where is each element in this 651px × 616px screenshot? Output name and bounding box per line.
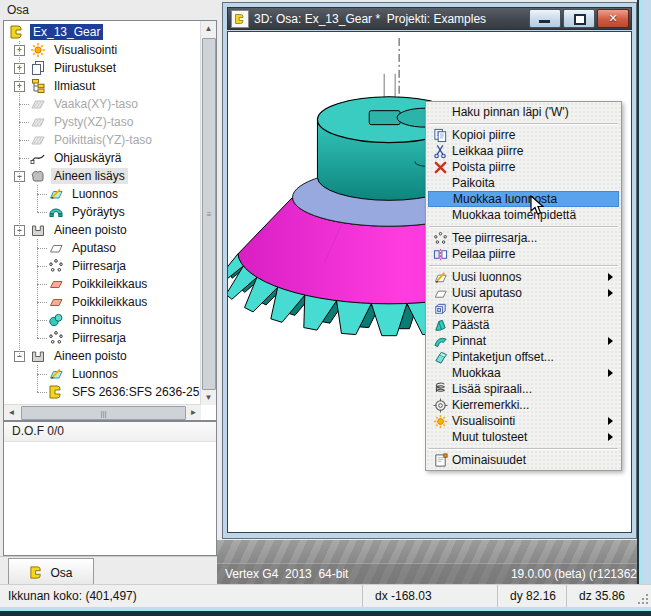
- tree-item-label: Poikkileikkaus: [69, 276, 150, 292]
- menu-item[interactable]: Paikoita: [428, 175, 619, 191]
- feature-series-icon: [428, 231, 452, 246]
- tree-item-label: Ilmiasut: [51, 78, 98, 94]
- tree-item[interactable]: Poikittais(YZ)-taso: [4, 131, 200, 149]
- tree-item-label: Aineen poisto: [51, 222, 130, 238]
- menu-item[interactable]: Muokkaa toimenpidettä: [428, 207, 619, 223]
- tree-item[interactable]: Vaaka(XY)-taso: [4, 95, 200, 113]
- menu-item[interactable]: Muut tulosteet: [428, 429, 619, 445]
- tree-item-label: Ex_13_Gear: [30, 24, 103, 40]
- tree-item[interactable]: Piirresarja: [4, 257, 200, 275]
- tree-item[interactable]: Pysty(XZ)-taso: [4, 113, 200, 131]
- menu-item-label: Peilaa piirre: [452, 247, 605, 261]
- tree-item-label: Piirustukset: [51, 60, 119, 76]
- tree-item[interactable]: +Piirustukset: [4, 59, 200, 77]
- scroll-left-arrow[interactable]: ◄: [4, 405, 19, 420]
- tree-item[interactable]: Ex_13_Gear: [4, 23, 200, 41]
- tree-item-label: Poikittais(YZ)-taso: [51, 132, 155, 148]
- menu-item[interactable]: Muokkaa luonnosta: [428, 191, 619, 207]
- tree-item[interactable]: Luonnos: [4, 365, 200, 383]
- mouse-cursor: [530, 195, 544, 216]
- tree-item[interactable]: Poikkileikkaus: [4, 275, 200, 293]
- tree-item[interactable]: Pyöräytys: [4, 203, 200, 221]
- tree-item[interactable]: SFS 2636:SFS 2636-25x14: [4, 383, 200, 401]
- brand-version-label: 19.0.00 (beta) (r121362): [511, 567, 651, 581]
- tree-vertical-scrollbar[interactable]: ▲ ≡ ▼: [200, 21, 216, 405]
- tree-item-label: Pinnoitus: [69, 312, 124, 328]
- tree-item-label: Piirresarja: [69, 258, 129, 274]
- menu-item[interactable]: Pintaketjun offset...: [428, 349, 619, 365]
- tree-connector: [37, 302, 47, 303]
- tree-item[interactable]: Piirresarja: [4, 329, 200, 347]
- status-bar: Ikkunan koko: (401,497) dx -168.03 dy 82…: [0, 584, 651, 607]
- menu-item[interactable]: Peilaa piirre: [428, 246, 619, 262]
- tree-item[interactable]: −Aineen poisto: [4, 347, 200, 365]
- menu-item[interactable]: Tee piirresarja...: [428, 230, 619, 246]
- menu-item-label: Poista piirre: [452, 160, 605, 174]
- menu-item[interactable]: Kopioi piirre: [428, 127, 619, 143]
- menu-item[interactable]: Pinnat: [428, 333, 619, 349]
- menu-separator: [429, 445, 618, 452]
- scroll-up-arrow[interactable]: ▲: [201, 21, 216, 36]
- tree-connector: [37, 338, 47, 339]
- tree-item[interactable]: Ohjauskäyrä: [4, 149, 200, 167]
- hollow-icon: [428, 302, 452, 317]
- window-titlebar[interactable]: 3D: Osa: Ex_13_Gear * Projekti: Examples…: [227, 7, 632, 30]
- resize-grip[interactable]: [634, 585, 651, 607]
- model-tree: Ex_13_Gear+Visualisointi+Piirustukset+Il…: [3, 20, 217, 421]
- tree-horizontal-scrollbar[interactable]: ◄ ||| ►: [4, 404, 201, 420]
- restore-button[interactable]: [563, 9, 595, 28]
- delete-icon: [428, 160, 452, 175]
- menu-item[interactable]: Uusi aputaso: [428, 285, 619, 301]
- menu-item-label: Päästä: [452, 318, 605, 332]
- menu-item[interactable]: Poista piirre: [428, 159, 619, 175]
- menu-item[interactable]: Kierremerkki...: [428, 397, 619, 413]
- tree-item[interactable]: −Aineen poisto: [4, 221, 200, 239]
- menu-separator: [429, 120, 618, 127]
- tree-item[interactable]: +Visualisointi: [4, 41, 200, 59]
- tree-item[interactable]: +Ilmiasut: [4, 77, 200, 95]
- tree-item-label: Pysty(XZ)-taso: [51, 114, 136, 130]
- tree-item[interactable]: −Aineen lisäys: [4, 167, 200, 185]
- tree-item-label: Aineen poisto: [51, 348, 130, 364]
- menu-item[interactable]: Päästä: [428, 317, 619, 333]
- revolve-icon: [48, 204, 64, 220]
- tree-item-label: Aputaso: [69, 240, 119, 256]
- window-title: 3D: Osa: Ex_13_Gear * Projekti: Examples: [254, 12, 529, 26]
- menu-item-label: Haku pinnan läpi ('W'): [452, 105, 605, 119]
- menu-item[interactable]: Ominaisuudet: [428, 452, 619, 468]
- menu-item[interactable]: Haku pinnan läpi ('W'): [428, 104, 619, 120]
- menu-item[interactable]: Lisää spiraali...: [428, 381, 619, 397]
- material-remove-icon: [30, 348, 46, 364]
- horizontal-scroll-thumb[interactable]: |||: [21, 406, 186, 420]
- menu-item[interactable]: Koverra: [428, 301, 619, 317]
- copy-icon: [428, 128, 452, 143]
- tree-item-label: SFS 2636:SFS 2636-25x14: [69, 384, 200, 400]
- mirror-icon: [428, 247, 452, 262]
- menu-item-label: Uusi aputaso: [452, 286, 605, 300]
- dx-readout: dx -168.03: [362, 585, 497, 607]
- tab-osa[interactable]: Osa: [8, 558, 94, 586]
- dz-readout: dz 35.86: [566, 585, 634, 607]
- scroll-right-arrow[interactable]: ►: [186, 405, 201, 420]
- minimize-button[interactable]: [529, 9, 561, 28]
- menu-separator: [429, 223, 618, 230]
- tree-connector: [19, 158, 29, 159]
- vertical-scroll-thumb[interactable]: ≡: [202, 38, 216, 390]
- menu-item[interactable]: Leikkaa piirre: [428, 143, 619, 159]
- tree-guide: [37, 365, 38, 392]
- close-button[interactable]: ✕: [597, 9, 629, 28]
- menu-item[interactable]: Visualisointi: [428, 413, 619, 429]
- tree-item[interactable]: Aputaso: [4, 239, 200, 257]
- menu-item[interactable]: Uusi luonnos: [428, 269, 619, 285]
- panel-title: Osa: [7, 2, 29, 18]
- cross-section-icon: [48, 276, 64, 292]
- tree-item[interactable]: Poikkileikkaus: [4, 293, 200, 311]
- tree-item[interactable]: Luonnos: [4, 185, 200, 203]
- menu-item-label: Koverra: [452, 302, 605, 316]
- material-add-icon: [30, 168, 46, 184]
- tree-item-label: Aineen lisäys: [51, 168, 128, 184]
- menu-item[interactable]: Muokkaa: [428, 365, 619, 381]
- tree-connector: [37, 374, 47, 375]
- scroll-down-arrow[interactable]: ▼: [201, 390, 216, 405]
- tree-item[interactable]: Pinnoitus: [4, 311, 200, 329]
